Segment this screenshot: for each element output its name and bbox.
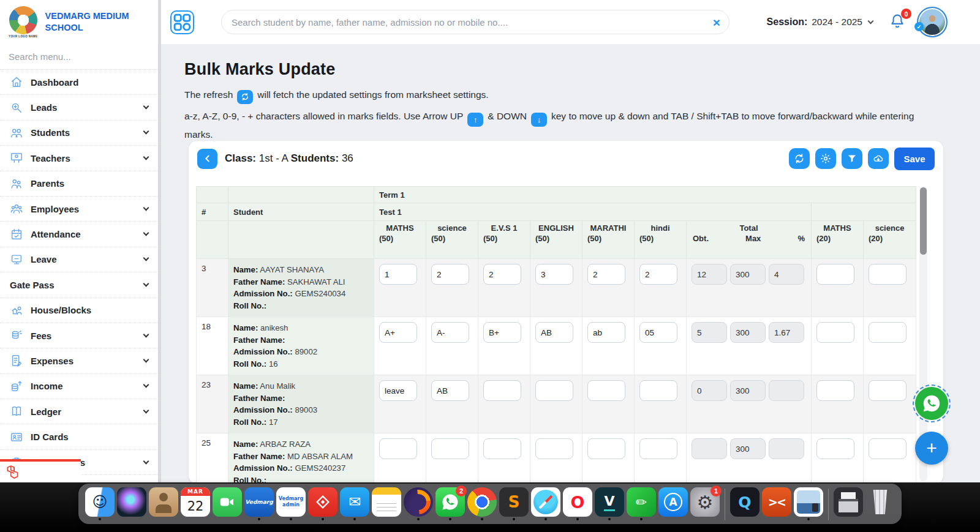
dock-item-vedmarg-admin[interactable]: Vedmarg admin [275, 487, 307, 520]
dock-item-anydesk[interactable] [307, 487, 339, 520]
mark-input-hindi[interactable] [639, 322, 677, 343]
clear-search-icon[interactable]: × [713, 16, 720, 29]
notifications-button[interactable]: 0 [889, 12, 907, 32]
mark-input-marathi[interactable] [587, 322, 625, 343]
dock-item-finder[interactable]: ☺ [84, 487, 116, 520]
sidebar-item-dashboard[interactable]: Dashboard [0, 70, 158, 95]
filter-button[interactable] [842, 148, 862, 169]
total-obtained-input[interactable] [692, 264, 727, 285]
mark-input-english[interactable] [535, 438, 573, 459]
sidebar-item-fees[interactable]: Fees [0, 323, 158, 348]
dock-item-safari[interactable] [530, 487, 562, 520]
dock-item-vedmarg[interactable]: Vedmarg [243, 487, 275, 520]
dock-item-settings[interactable]: ⚙1 [689, 487, 721, 520]
sidebar-item-employees[interactable]: Employees [0, 197, 158, 222]
sidebar-item-students[interactable]: Students [0, 121, 158, 146]
total-percent-input[interactable] [769, 438, 804, 459]
total-percent-input[interactable] [769, 322, 804, 343]
sidebar-item-expenses[interactable]: Expenses [0, 348, 158, 373]
total-obtained-input[interactable] [692, 380, 727, 401]
dock-item-whatsapp[interactable]: 2 [434, 487, 466, 520]
total-max-input[interactable] [730, 380, 766, 401]
laravel-debugbar[interactable] [0, 459, 81, 482]
session-selector[interactable]: Session: 2024 - 2025 [767, 17, 873, 28]
sidebar-item-income[interactable]: Income [0, 374, 158, 399]
cloud-download-button[interactable] [868, 148, 889, 169]
extra-mark-input-maths[interactable] [816, 264, 854, 285]
mark-input-marathi[interactable] [587, 380, 625, 401]
whatsapp-float-button[interactable] [915, 387, 948, 420]
total-obtained-input[interactable] [692, 322, 727, 343]
total-percent-input[interactable] [769, 380, 804, 401]
mark-input-english[interactable] [535, 322, 573, 343]
mark-input-maths[interactable] [379, 380, 417, 401]
refresh-button[interactable] [789, 148, 810, 169]
dock-item-quicktime[interactable]: Q [729, 487, 761, 520]
mark-input-english[interactable] [535, 380, 573, 401]
mark-input-e-v-s-1[interactable] [483, 380, 521, 401]
dock-item-appstore[interactable]: A [657, 487, 689, 520]
sidebar-item-teachers[interactable]: Teachers [0, 146, 158, 171]
refresh-inline-button[interactable] [237, 90, 253, 104]
sidebar-item-ledger[interactable]: Ledger [0, 399, 158, 424]
total-max-input[interactable] [730, 322, 766, 343]
sidebar-item-id-cards[interactable]: ID Cards [0, 424, 158, 449]
dock-item-photos[interactable] [793, 487, 824, 520]
mark-input-science[interactable] [431, 438, 469, 459]
total-obtained-input[interactable] [692, 438, 727, 459]
back-button[interactable] [197, 149, 217, 169]
mark-input-e-v-s-1[interactable] [483, 438, 521, 459]
dock-item-chrome[interactable] [466, 487, 498, 520]
total-max-input[interactable] [730, 438, 766, 459]
dock-item-vn[interactable]: V [594, 487, 625, 520]
dock-item-firefox[interactable] [402, 487, 434, 520]
mark-input-marathi[interactable] [587, 438, 625, 459]
brand[interactable]: YOUR LOGO NAME VEDMARG MEDIUM SCHOOL [0, 0, 158, 44]
mark-input-hindi[interactable] [639, 380, 677, 401]
mark-input-maths[interactable] [379, 264, 417, 285]
student-search-input[interactable] [232, 17, 713, 28]
apps-grid-icon[interactable] [170, 10, 194, 34]
mark-input-maths[interactable] [379, 322, 417, 343]
dock-item-calendar[interactable]: MAR22 [179, 487, 211, 520]
dock-item-facetime[interactable] [211, 487, 243, 520]
extra-mark-input-maths[interactable] [816, 438, 854, 459]
sidebar-item-parents[interactable]: Parents [0, 171, 158, 197]
add-float-button[interactable]: + [915, 432, 948, 465]
dock-item-notes[interactable] [371, 487, 402, 520]
extra-mark-input-science[interactable] [869, 322, 907, 343]
dock-item-mail[interactable]: ✉ [339, 487, 371, 520]
extra-mark-input-maths[interactable] [816, 380, 854, 401]
dock-item-contacts[interactable] [148, 487, 179, 520]
mark-input-science[interactable] [431, 322, 469, 343]
mark-input-science[interactable] [431, 264, 469, 285]
extra-mark-input-science[interactable] [869, 380, 907, 401]
extra-mark-input-maths[interactable] [816, 322, 854, 343]
mark-input-maths[interactable] [379, 438, 417, 459]
dock-item-remote-desktop[interactable]: >< [761, 487, 793, 520]
mark-input-hindi[interactable] [639, 264, 677, 285]
total-max-input[interactable] [730, 264, 766, 285]
extra-mark-input-science[interactable] [869, 264, 907, 285]
dock-item-trash[interactable] [864, 487, 896, 520]
mark-input-e-v-s-1[interactable] [483, 264, 521, 285]
mark-input-marathi[interactable] [587, 264, 625, 285]
mark-input-english[interactable] [535, 264, 573, 285]
dock-item-sublime[interactable]: S [498, 487, 530, 520]
user-avatar[interactable]: ✓ [917, 7, 948, 37]
mark-input-e-v-s-1[interactable] [483, 322, 521, 343]
menu-search-input[interactable]: Search menu... [0, 44, 158, 70]
sidebar-item-leads[interactable]: Leads [0, 95, 158, 120]
table-scrollbar-thumb[interactable] [920, 187, 927, 255]
extra-mark-input-science[interactable] [869, 438, 907, 459]
sidebar-item-house-blocks[interactable]: House/Blocks [0, 298, 158, 323]
dock-item-siri[interactable] [116, 487, 148, 520]
dock-item-printer[interactable] [832, 487, 864, 520]
total-percent-input[interactable] [769, 264, 804, 285]
dock-item-opera[interactable]: O [562, 487, 594, 520]
save-button[interactable]: Save [894, 148, 935, 170]
dock-item-pencil[interactable]: ✏ [625, 487, 657, 520]
sidebar-item-attendance[interactable]: Attendance [0, 222, 158, 247]
settings-button[interactable] [815, 148, 836, 169]
mark-input-hindi[interactable] [639, 438, 677, 459]
